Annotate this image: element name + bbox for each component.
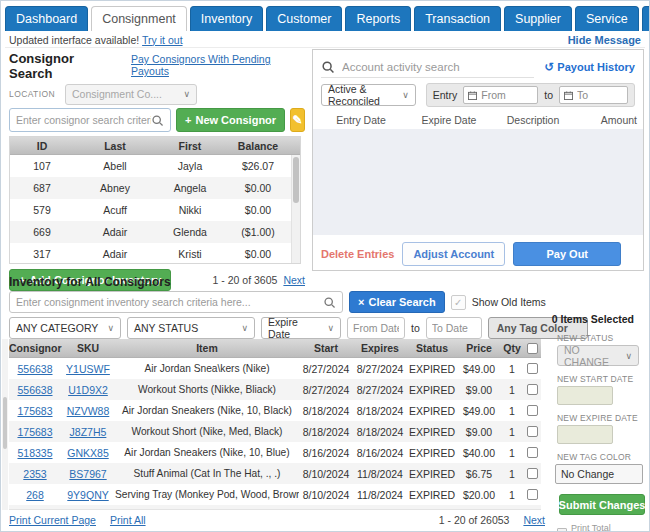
- row-checkbox[interactable]: [527, 468, 538, 479]
- expire-date-cell: 8/16/2024: [353, 447, 407, 459]
- price-cell: $6.75: [457, 468, 501, 480]
- sku-link[interactable]: U1D9X2: [61, 384, 115, 396]
- consignor-link[interactable]: 2353: [9, 468, 61, 480]
- consignor-scrollbar-thumb[interactable]: [293, 157, 299, 203]
- row-checkbox[interactable]: [527, 489, 538, 500]
- consignor-row[interactable]: 579 Acuff Nikki $0.00: [10, 199, 300, 221]
- consignor-link[interactable]: 556638: [9, 384, 61, 396]
- expire-date-cell: 8/18/2024: [353, 426, 407, 438]
- tab-dashboard[interactable]: Dashboard: [5, 6, 88, 31]
- submit-changes-button[interactable]: Submit Changes: [559, 494, 645, 515]
- sku-link[interactable]: J8Z7H5: [61, 426, 115, 438]
- start-date-cell: 8/27/2024: [299, 384, 353, 396]
- print-total-quantity-checkbox[interactable]: [557, 528, 567, 532]
- consignor-last-cell: Acuff: [74, 204, 156, 216]
- print-current-page-link[interactable]: Print Current Page: [9, 514, 96, 526]
- row-checkbox[interactable]: [527, 405, 538, 416]
- tab-service[interactable]: Service: [575, 6, 639, 31]
- qty-cell: 1: [501, 426, 523, 438]
- consignor-next-link[interactable]: Next: [283, 274, 305, 286]
- account-search-input[interactable]: [342, 61, 534, 73]
- consignor-row[interactable]: 669 Adair Glenda ($1.00): [10, 221, 300, 243]
- inventory-table: Consignor SKU Item Start Expires Status …: [9, 339, 541, 510]
- chevron-down-icon: ∨: [241, 323, 248, 333]
- sku-link[interactable]: GNKX85: [61, 447, 115, 459]
- tab-inventory[interactable]: Inventory: [190, 6, 263, 31]
- consignor-row[interactable]: 317 Adair Kristi $0.00: [10, 243, 300, 264]
- tab-reports[interactable]: Reports: [345, 6, 411, 31]
- tab-transaction[interactable]: Transaction: [414, 6, 501, 31]
- inventory-next-link[interactable]: Next: [523, 514, 545, 526]
- consignor-row[interactable]: 107 Abell Jayla $26.07: [10, 155, 300, 177]
- price-cell: $20.00: [457, 489, 501, 501]
- pending-payouts-link[interactable]: Pay Consignors With Pending Payouts: [131, 53, 305, 77]
- item-cell: Air Jordan Snea\kers (Nike): [115, 363, 299, 374]
- try-it-out-link[interactable]: Try it out: [142, 34, 182, 46]
- tab-user[interactable]: User: [642, 6, 650, 31]
- entry-to-input[interactable]: [577, 89, 623, 101]
- category-filter-select[interactable]: ANY CATEGORY ∨: [9, 317, 121, 339]
- to-date-input[interactable]: [426, 317, 482, 339]
- tab-supplier[interactable]: Supplier: [504, 6, 572, 31]
- sku-link[interactable]: 9Y9QNY: [61, 489, 115, 501]
- inventory-search-input[interactable]: [16, 296, 323, 308]
- expire-date-cell: 8/27/2024: [353, 384, 407, 396]
- expire-date-cell: 8/27/2024: [353, 363, 407, 375]
- new-tag-color-input[interactable]: [555, 464, 643, 484]
- consignor-search-input[interactable]: [16, 114, 151, 126]
- from-date-input[interactable]: [347, 317, 405, 339]
- consignor-search-title: Consignor Search: [9, 51, 117, 81]
- sku-link[interactable]: T990JQ: [61, 510, 115, 511]
- start-date-cell: 8/18/2024: [299, 426, 353, 438]
- location-select[interactable]: Consignment Co.... ∨: [65, 84, 197, 105]
- pay-out-button[interactable]: Pay Out: [513, 242, 621, 266]
- delete-entries-button[interactable]: Delete Entries: [321, 248, 394, 260]
- edit-consignor-button[interactable]: ✎: [290, 108, 305, 132]
- sku-link[interactable]: Y1USWF: [61, 363, 115, 375]
- consignor-link[interactable]: 556638: [9, 363, 61, 375]
- status-filter-select[interactable]: ANY STATUS ∨: [127, 317, 255, 339]
- consignor-link[interactable]: 175683: [9, 426, 61, 438]
- search-icon: [323, 296, 336, 309]
- inventory-row: 175683 J8Z7H5 Workout Short (Nike, Med, …: [9, 421, 541, 442]
- row-checkbox[interactable]: [527, 426, 538, 437]
- sku-link[interactable]: BS7967: [61, 468, 115, 480]
- new-status-select[interactable]: NO CHANGE ∨: [557, 345, 639, 366]
- qty-cell: 1: [501, 510, 523, 511]
- expire-date-select[interactable]: Expire Date ∨: [261, 317, 341, 339]
- inventory-section-title: Inventory for All Consignors: [9, 275, 171, 289]
- consignor-link[interactable]: 175683: [9, 405, 61, 417]
- inventory-row: 518335 GNKX85 Air Jordan Sneakers (Nike,…: [9, 442, 541, 463]
- row-checkbox[interactable]: [527, 447, 538, 458]
- hide-message-link[interactable]: Hide Message: [568, 34, 641, 46]
- row-checkbox[interactable]: [527, 363, 538, 374]
- select-all-checkbox[interactable]: [527, 343, 538, 354]
- payout-history-link[interactable]: ↺ Payout History: [544, 60, 635, 74]
- activity-filter-select[interactable]: Active & Reconciled ∨: [321, 84, 416, 106]
- clear-search-button[interactable]: × Clear Search: [349, 291, 445, 313]
- consignor-link[interactable]: 268: [9, 489, 61, 501]
- adjust-account-button[interactable]: Adjust Account: [402, 242, 505, 266]
- consignor-table-scrollbar: [291, 155, 300, 263]
- entry-date-range-group: Entry to: [426, 83, 635, 107]
- inventory-row: 556638 U1D9X2 Workout Shorts (Nikke, Bli…: [9, 379, 541, 400]
- inventory-scrollbar-thumb[interactable]: [3, 397, 7, 449]
- tab-consignment[interactable]: Consignment: [91, 6, 187, 31]
- tab-customer[interactable]: Customer: [266, 6, 342, 31]
- new-start-date-input[interactable]: [557, 386, 613, 405]
- sku-link[interactable]: NZVW88: [61, 405, 115, 417]
- consignor-link[interactable]: 232: [9, 510, 61, 511]
- row-checkbox[interactable]: [527, 384, 538, 395]
- entry-from-input[interactable]: [481, 89, 533, 101]
- show-old-items-checkbox[interactable]: ✓: [451, 295, 466, 310]
- consignor-row[interactable]: 687 Abney Angela $0.00: [10, 177, 300, 199]
- chevron-down-icon: ∨: [327, 323, 334, 333]
- main-tab-bar: Dashboard Consignment Inventory Customer…: [5, 5, 645, 31]
- consignor-link[interactable]: 518335: [9, 447, 61, 459]
- consignor-table: ID Last First Balance 107 Abell Jayla $2…: [9, 136, 301, 264]
- new-expire-date-input[interactable]: [557, 425, 613, 444]
- chevron-down-icon: ∨: [107, 323, 114, 333]
- new-consignor-button[interactable]: + New Consignor: [176, 108, 285, 132]
- print-all-link[interactable]: Print All: [110, 514, 146, 526]
- activity-table-header: Entry Date Expire Date Description Amoun…: [313, 111, 643, 129]
